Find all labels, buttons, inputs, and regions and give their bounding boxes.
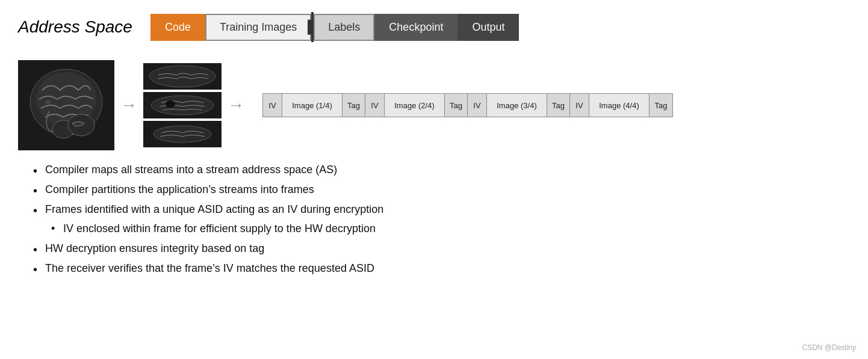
svg-point-5 (45, 100, 51, 104)
arrow-2: → (228, 96, 244, 115)
brain-slice-1 (143, 63, 222, 90)
block-image-1: Image (1/4) (282, 94, 343, 117)
tab-labels[interactable]: Labels (314, 14, 374, 41)
brain-slice-2 (143, 92, 222, 118)
sub-bullet-list: IV enclosed within frame for efficient s… (45, 221, 850, 236)
diagram-row: → (18, 60, 850, 150)
arrow-1: → (120, 96, 137, 115)
bullet-item-5: The receiver verifies that the frame’s I… (30, 261, 850, 276)
block-image-3: Image (3/4) (487, 94, 547, 117)
tab-output[interactable]: Output (457, 14, 519, 41)
tab-checkpoint[interactable]: Checkpoint (374, 14, 457, 41)
svg-point-12 (153, 126, 211, 143)
blocks-row: IV Image (1/4) Tag IV Image (2/4) Tag IV… (262, 93, 673, 117)
block-tag-4: Tag (649, 94, 672, 117)
svg-point-10 (166, 100, 175, 108)
svg-point-7 (149, 66, 215, 87)
tab-code[interactable]: Code (150, 14, 205, 41)
block-image-4: Image (4/4) (589, 94, 649, 117)
page-container: Address Space Code Training Images Label… (0, 0, 868, 359)
bullet-item-1: Compiler maps all streams into a stream … (30, 162, 850, 177)
tabs-container: Code Training Images Labels Checkpoint O… (150, 12, 519, 42)
brain-slice-3 (143, 121, 222, 147)
bullet-item-3: Frames identified with a unique ASID act… (30, 202, 850, 236)
bullet-section: Compiler maps all streams into a stream … (18, 162, 850, 276)
header-row: Address Space Code Training Images Label… (18, 12, 850, 42)
block-tag-3: Tag (547, 94, 570, 117)
block-tag-2: Tag (445, 94, 468, 117)
block-iv-4: IV (570, 94, 589, 117)
svg-point-9 (151, 96, 214, 115)
tab-training-images[interactable]: Training Images (205, 14, 311, 41)
data-blocks: IV Image (1/4) Tag IV Image (2/4) Tag IV… (262, 93, 673, 117)
block-iv-2: IV (365, 94, 385, 117)
sub-bullet-item-1: IV enclosed within frame for efficient s… (45, 221, 850, 236)
bullet-item-4: HW decryption ensures integrity based on… (30, 241, 850, 256)
brain-scan-original (18, 60, 114, 150)
address-space-label: Address Space (18, 17, 132, 37)
block-iv-1: IV (263, 94, 282, 117)
watermark: CSDN @Destiny (802, 343, 856, 352)
block-image-2: Image (2/4) (385, 94, 445, 117)
block-iv-3: IV (468, 94, 487, 117)
brain-slices (143, 63, 222, 147)
block-tag-1: Tag (343, 94, 365, 117)
bullet-list: Compiler maps all streams into a stream … (30, 162, 850, 276)
bullet-item-2: Compiler partitions the application’s st… (30, 182, 850, 197)
